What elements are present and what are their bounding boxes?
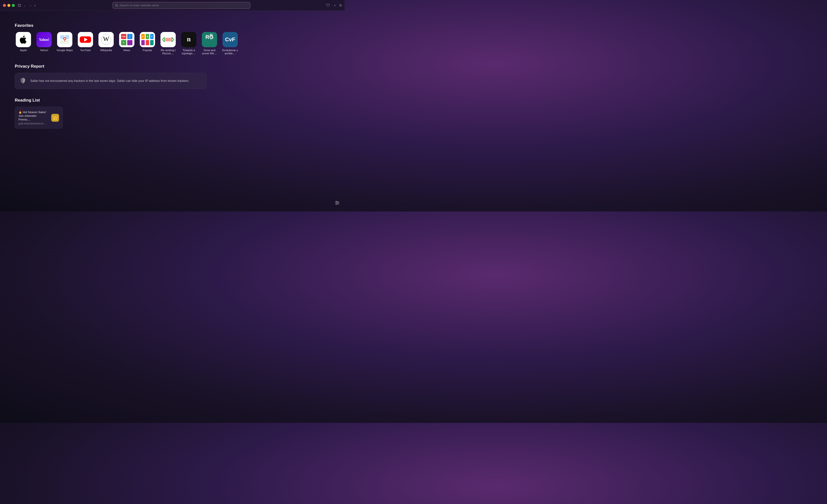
reranking-icon — [160, 32, 176, 47]
new-tab-icon[interactable]: ＋ — [333, 3, 336, 8]
towards-label: Towards a topologic.... — [180, 49, 197, 55]
svg-point-8 — [64, 38, 65, 39]
titlebar-right: 🛡 ＋ ⧉ — [326, 3, 342, 8]
privacy-card: Safari has not encountered any trackers … — [15, 73, 207, 89]
apple-label: Apple — [20, 49, 27, 52]
svg-text:W: W — [103, 36, 109, 43]
popular-label: Popular — [143, 49, 152, 52]
favorite-apple[interactable]: Apple — [15, 32, 32, 55]
google-maps-icon — [57, 32, 72, 47]
svg-text:B: B — [147, 36, 148, 37]
grow-icon: R G RG — [202, 32, 217, 47]
minimize-button[interactable] — [7, 4, 10, 7]
favorite-popular[interactable]: A B C Popular — [139, 32, 156, 55]
news-label: News — [123, 49, 130, 52]
reranking-label: Re-ranking | Recom.... — [159, 49, 177, 55]
favorite-google-maps[interactable]: Google Maps — [56, 32, 74, 55]
privacy-shield-icon — [20, 77, 27, 84]
svg-text:n: n — [187, 35, 191, 43]
reading-card-text: 🔥 Hot Season Sales! Join xHamster Premiu… — [18, 110, 48, 125]
svg-text:C: C — [129, 35, 131, 36]
evolutionary-icon: CvF — [223, 32, 238, 47]
search-icon — [115, 4, 118, 7]
svg-text:C: C — [151, 36, 152, 37]
forward-arrow[interactable]: › — [33, 3, 37, 8]
privacy-report-title: Privacy Report — [15, 64, 330, 69]
yahoo-icon: Yahoo! — [37, 32, 52, 47]
reading-list-item[interactable]: 🔥 Hot Season Sales! Join xHamster Premiu… — [15, 107, 63, 128]
nav-arrows: ‹ › — [29, 3, 37, 8]
favorites-section: Favorites Apple Yahoo! Yahoo! — [15, 23, 330, 55]
svg-rect-29 — [146, 40, 149, 45]
titlebar: ⊡ ⌄ ‹ › Search or enter website name 🛡 ＋… — [0, 0, 345, 11]
chevron-down-icon[interactable]: ⌄ — [23, 3, 26, 7]
google-maps-label: Google Maps — [57, 49, 72, 52]
reading-list-section: Reading List 🔥 Hot Season Sales! Join xH… — [15, 98, 330, 128]
reading-card-title: 🔥 Hot Season Sales! Join xHamster Premiu… — [18, 110, 48, 121]
traffic-lights — [3, 4, 15, 7]
favorites-grid: Apple Yahoo! Yahoo! — [15, 32, 330, 55]
svg-point-52 — [337, 202, 338, 203]
svg-rect-19 — [127, 40, 133, 45]
close-button[interactable] — [3, 4, 6, 7]
svg-text:E: E — [129, 37, 130, 38]
reading-card-favicon: 👑 — [51, 114, 59, 122]
search-bar[interactable]: Search or enter website name — [112, 2, 250, 9]
maximize-button[interactable] — [12, 4, 15, 7]
favorite-yahoo[interactable]: Yahoo! Yahoo! — [36, 32, 53, 55]
svg-text:CNN: CNN — [122, 36, 126, 37]
favorite-youtube[interactable]: YouTube — [77, 32, 94, 55]
youtube-label: YouTube — [80, 49, 91, 52]
favorites-title: Favorites — [15, 23, 330, 28]
favorite-reranking[interactable]: Re-ranking | Recom.... — [159, 32, 177, 55]
tabs-icon[interactable]: ⧉ — [339, 3, 342, 7]
reading-card-url: gold.xhamsterpremium.... — [18, 122, 48, 125]
sidebar-toggle-icon[interactable]: ⊡ — [18, 3, 21, 8]
popular-icon: A B C — [140, 32, 155, 47]
favorite-wikipedia[interactable]: W Wikipedia — [97, 32, 115, 55]
reading-list-title: Reading List — [15, 98, 330, 103]
favorite-news[interactable]: CNN C E M News — [118, 32, 135, 55]
grow-label: Grow and prune NN.... — [201, 49, 218, 55]
settings-icon[interactable] — [335, 201, 340, 207]
svg-rect-28 — [141, 40, 145, 45]
svg-rect-30 — [150, 40, 154, 45]
wikipedia-label: Wikipedia — [100, 49, 112, 52]
yahoo-label: Yahoo! — [40, 49, 48, 52]
favorite-grow[interactable]: R G RG Grow and prune NN.... — [201, 32, 218, 55]
evolutionary-label: Evolutionar y archite.... — [222, 49, 239, 55]
favorite-towards[interactable]: n Towards a topologic.... — [180, 32, 197, 55]
svg-point-51 — [336, 201, 337, 202]
shield-icon[interactable]: 🛡 — [326, 3, 330, 8]
search-bar-container: Search or enter website name — [39, 2, 324, 9]
privacy-report-section: Privacy Report Safari has not encountere… — [15, 64, 330, 89]
svg-text:A: A — [142, 36, 144, 37]
wikipedia-icon: W — [98, 32, 114, 47]
news-icon: CNN C E M — [119, 32, 134, 47]
svg-text:M: M — [123, 42, 124, 43]
towards-icon: n — [181, 32, 196, 47]
back-arrow[interactable]: ‹ — [29, 3, 32, 8]
svg-line-1 — [117, 6, 118, 7]
svg-text:RG: RG — [205, 34, 214, 40]
svg-point-53 — [336, 204, 337, 205]
youtube-icon — [78, 32, 93, 47]
svg-text:CvF: CvF — [225, 37, 235, 43]
favorite-evolutionary[interactable]: CvF Evolutionar y archite.... — [222, 32, 239, 55]
apple-icon — [16, 32, 31, 47]
privacy-message: Safari has not encountered any trackers … — [30, 79, 189, 83]
main-content: Favorites Apple Yahoo! Yahoo! — [0, 11, 345, 138]
search-placeholder: Search or enter website name — [119, 4, 159, 7]
